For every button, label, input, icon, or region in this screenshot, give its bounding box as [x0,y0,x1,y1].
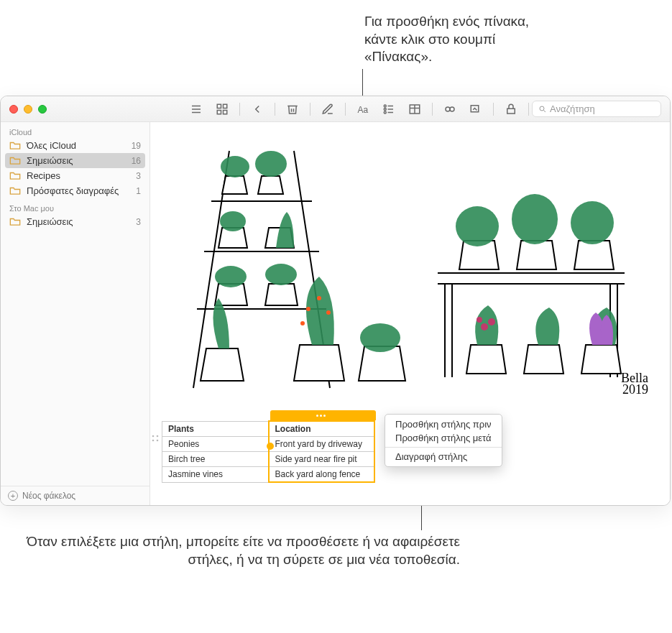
menu-add-column-before[interactable]: Προσθήκη στήλης πριν [385,417,502,431]
svg-point-42 [152,435,155,438]
table-cell[interactable]: Jasmine vines [162,467,269,483]
link-button[interactable] [438,101,461,118]
sidebar-item-count: 19 [129,141,141,151]
window-controls [9,105,47,114]
sidebar-item-recently-deleted[interactable]: Πρόσφατες διαγραφές 1 [1,183,149,198]
minimize-button[interactable] [24,105,32,114]
folder-icon [9,171,21,180]
sidebar-item-local-notes[interactable]: Σημειώσεις 3 [1,214,149,229]
trash-button[interactable] [281,101,304,118]
table-cell[interactable]: Peonies [162,437,269,452]
folder-icon [9,217,21,226]
folder-icon [9,156,21,165]
svg-point-8 [384,105,386,107]
svg-point-37 [477,317,482,323]
close-button[interactable] [9,105,18,114]
row-handle-icon[interactable] [150,433,160,443]
svg-rect-5 [217,110,221,114]
svg-point-12 [384,111,386,114]
sidebar-item-count: 16 [129,156,141,166]
svg-point-44 [152,440,155,442]
lock-button[interactable] [500,101,523,118]
search-field[interactable]: Αναζήτηση [532,101,661,117]
menu-delete-column[interactable]: Διαγραφή στήλης [385,450,502,463]
sidebar-item-label: Σημειώσεις [27,216,127,227]
note-table-wrap: Plants Location Peonies Front yard by dr… [162,420,670,483]
table-header[interactable]: Location [269,421,374,437]
svg-point-17 [446,107,450,111]
svg-point-31 [360,323,400,352]
svg-rect-6 [224,110,227,114]
new-note-button[interactable] [316,101,339,118]
table-cell[interactable]: Side yard near fire pit [269,452,374,467]
table-cell[interactable]: Back yard along fence [269,467,374,483]
svg-point-24 [540,106,544,111]
table-button[interactable] [403,101,426,118]
drag-dots-icon [316,415,331,417]
plus-icon: + [8,491,18,501]
note-table[interactable]: Plants Location Peonies Front yard by dr… [162,420,375,483]
sidebar: iCloud Όλες iCloud 19 Σημειώσεις 16 Reci… [1,122,150,505]
svg-rect-20 [507,108,515,114]
sketch-drawing: Bella2019 [150,122,670,402]
maximize-button[interactable] [38,105,47,114]
back-button[interactable] [246,101,269,118]
folder-icon [9,141,21,150]
svg-point-18 [450,107,454,111]
table-cell[interactable]: Front yard by driveway [269,437,374,452]
titlebar: Aa [1,96,670,122]
folder-icon [9,186,21,195]
svg-point-29 [215,266,247,287]
sidebar-item-count: 3 [133,217,141,227]
sidebar-item-all-icloud[interactable]: Όλες iCloud 19 [1,138,149,153]
sidebar-item-notes[interactable]: Σημειώσεις 16 [5,153,145,168]
column-selection-dot[interactable] [267,443,274,450]
sidebar-section-local: Στο Mac μου [1,198,149,214]
sidebar-item-label: Πρόσφατες διαγραφές [27,185,127,196]
svg-point-35 [481,323,488,331]
table-cell[interactable]: Birch tree [162,452,269,467]
svg-point-41 [300,321,305,325]
svg-point-28 [220,211,246,231]
svg-point-30 [265,264,297,285]
svg-point-27 [255,151,287,177]
media-button[interactable] [464,101,487,118]
svg-rect-4 [224,104,227,108]
callout-line [362,69,363,98]
svg-point-34 [571,201,614,244]
column-context-menu: Προσθήκη στήλης πριν Προσθήκη στήλης μετ… [385,414,502,467]
menu-separator [385,447,502,448]
svg-point-40 [326,310,331,315]
grid-view-button[interactable] [211,101,234,118]
svg-text:Aa: Aa [358,104,369,114]
callout-table-button: Για προσθήκη ενός πίνακα, κάντε κλικ στο… [364,13,566,66]
new-folder-button[interactable]: + Νέος φάκελος [1,486,149,505]
sidebar-item-count: 3 [133,171,141,181]
sidebar-item-label: Σημειώσεις [27,155,123,166]
sidebar-item-label: Όλες iCloud [27,140,123,151]
svg-point-38 [306,307,310,311]
format-button[interactable]: Aa [351,101,374,118]
svg-point-39 [317,296,321,300]
svg-rect-3 [217,104,221,108]
svg-point-33 [512,194,558,244]
sidebar-item-label: Recipes [27,170,127,181]
sidebar-item-recipes[interactable]: Recipes 3 [1,168,149,183]
table-row[interactable]: Jasmine vines Back yard along fence [162,467,374,483]
checklist-button[interactable] [377,101,400,118]
table-row[interactable]: Birch tree Side yard near fire pit [162,452,374,467]
signature: Bella2019 [621,372,648,395]
menu-add-column-after[interactable]: Προσθήκη στήλης μετά [385,431,502,445]
svg-point-43 [157,435,159,438]
svg-point-26 [221,156,249,177]
search-icon [538,105,547,114]
new-folder-label: Νέος φάκελος [22,491,75,501]
svg-point-10 [384,108,386,110]
table-header[interactable]: Plants [162,421,269,437]
note-content[interactable]: Bella2019 Plants Location [150,122,670,505]
list-view-button[interactable] [185,101,208,118]
notes-app-window: Aa [0,96,671,506]
svg-point-45 [157,440,159,442]
column-handle[interactable] [270,410,376,420]
toolbar: Aa [185,101,584,118]
